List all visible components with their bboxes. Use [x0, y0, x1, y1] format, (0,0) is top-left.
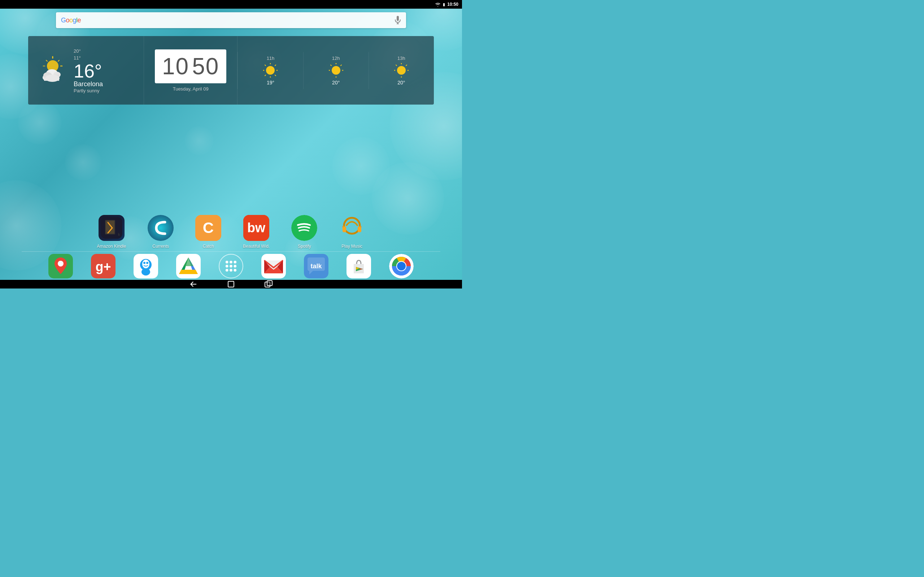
svg-point-19: [266, 66, 275, 75]
dock-maps[interactable]: [48, 254, 73, 279]
gmail-icon: [261, 254, 286, 279]
svg-line-8: [46, 60, 47, 61]
dock-drive[interactable]: [176, 254, 201, 279]
dock-googleplus[interactable]: g+: [91, 254, 115, 279]
drive-icon: [176, 254, 201, 279]
svg-point-83: [234, 269, 237, 272]
currents-label: Currents: [152, 244, 169, 249]
app-currents[interactable]: Currents: [148, 215, 174, 249]
svg-point-96: [397, 262, 406, 271]
hour-temp-12: 20°: [332, 80, 340, 85]
svg-text:k: k: [118, 233, 120, 237]
hour-temp-11: 19°: [267, 80, 274, 85]
wifi-icon: [435, 2, 441, 6]
svg-point-75: [226, 261, 228, 264]
weather-description: Partly sunny: [74, 88, 103, 93]
status-time: 10:50: [447, 2, 459, 7]
app-playmusic[interactable]: Play Music: [339, 215, 365, 249]
weather-high: 20°: [74, 48, 103, 55]
google-logo: Google: [61, 16, 81, 24]
svg-point-46: [148, 215, 174, 241]
svg-line-25: [275, 65, 276, 66]
spotify-label: Spotify: [298, 244, 311, 249]
status-bar: ▮ 10:50: [0, 0, 462, 9]
svg-point-28: [332, 66, 340, 75]
nav-bar: [0, 280, 462, 288]
svg-line-9: [58, 60, 59, 61]
svg-line-24: [265, 65, 266, 66]
googleplus-icon: g+: [91, 254, 115, 279]
mic-icon[interactable]: [394, 16, 401, 24]
back-button[interactable]: [189, 280, 198, 288]
currents-icon: [148, 215, 174, 241]
app-spotify[interactable]: Spotify: [291, 215, 317, 249]
weather-city: Barcelona: [74, 81, 103, 88]
hour-label-12: 12h: [332, 56, 340, 61]
dock-playstore[interactable]: [347, 254, 371, 279]
svg-point-77: [234, 261, 237, 264]
svg-point-59: [58, 261, 63, 266]
home-button[interactable]: [227, 280, 235, 288]
weather-temp: 16°: [74, 62, 103, 81]
clock-hours: 10: [162, 53, 189, 80]
hourly-forecast: 11h 19° 12h: [237, 36, 434, 105]
beautifulwidgets-label: Beautiful Wid.: [243, 244, 270, 249]
app-beautifulwidgets[interactable]: bw bw Beautiful Wid.: [243, 215, 270, 249]
clock-minutes: 50: [192, 53, 219, 80]
allapps-icon: [219, 254, 243, 279]
svg-line-27: [275, 75, 276, 76]
app-catch[interactable]: C Catch: [195, 215, 221, 249]
playstore-icon: [347, 254, 371, 279]
svg-point-82: [229, 269, 233, 272]
svg-marker-72: [179, 270, 198, 274]
sun-icon-11: [263, 63, 278, 77]
clock-section: 10 50 Tuesday, April 09: [144, 36, 237, 105]
svg-point-35: [397, 66, 406, 75]
chrome-icon: [389, 254, 414, 279]
weather-widget[interactable]: 20° 11° 16° Barcelona Partly sunny 10 50…: [28, 36, 434, 105]
playmusic-icon: [339, 215, 365, 241]
kindle-icon: k: [99, 215, 124, 241]
weather-icon: [39, 56, 68, 85]
svg-point-66: [143, 262, 145, 264]
weather-current: 20° 11° 16° Barcelona Partly sunny: [28, 36, 144, 105]
dock-talk[interactable]: talk: [304, 254, 328, 279]
recents-button[interactable]: [264, 280, 273, 288]
svg-line-33: [331, 65, 331, 66]
battery-icon: ▮: [443, 2, 445, 7]
catch-icon: C: [195, 215, 221, 241]
hour-label-13: 13h: [397, 56, 405, 61]
svg-line-40: [396, 65, 397, 66]
dock-tweetdeck[interactable]: P: [134, 254, 158, 279]
app-kindle[interactable]: k Amazon Kindle: [97, 215, 126, 249]
dock-gmail[interactable]: [261, 254, 286, 279]
svg-point-81: [226, 269, 228, 272]
talk-icon: talk: [304, 254, 328, 279]
catch-label: Catch: [203, 244, 214, 249]
svg-line-34: [341, 65, 341, 66]
sun-icon-12: [329, 63, 343, 77]
sun-icon-13: [394, 63, 409, 77]
dock-allapps[interactable]: [219, 254, 243, 279]
kindle-label: Amazon Kindle: [97, 244, 126, 249]
svg-text:bw: bw: [247, 220, 266, 235]
tweetdeck-icon: P: [134, 254, 158, 279]
svg-text:P: P: [145, 271, 147, 275]
svg-point-65: [142, 259, 149, 268]
svg-rect-99: [267, 280, 272, 285]
hour-temp-13: 20°: [397, 80, 405, 85]
search-bar[interactable]: Google: [56, 12, 406, 28]
svg-text:g+: g+: [95, 259, 111, 274]
hour-label-11: 11h: [267, 56, 275, 61]
weather-hi-lo: 20° 11°: [74, 48, 103, 62]
svg-rect-97: [228, 281, 234, 287]
svg-rect-0: [397, 16, 399, 21]
hour-item-13: 13h 20°: [368, 52, 434, 89]
dock-chrome[interactable]: [389, 254, 414, 279]
hour-item-12: 12h 20°: [303, 52, 368, 89]
dock-separator: [22, 251, 440, 252]
svg-text:C: C: [203, 219, 214, 236]
svg-point-67: [146, 262, 149, 264]
clock-date: Tuesday, April 09: [173, 86, 208, 92]
maps-icon: [48, 254, 73, 279]
